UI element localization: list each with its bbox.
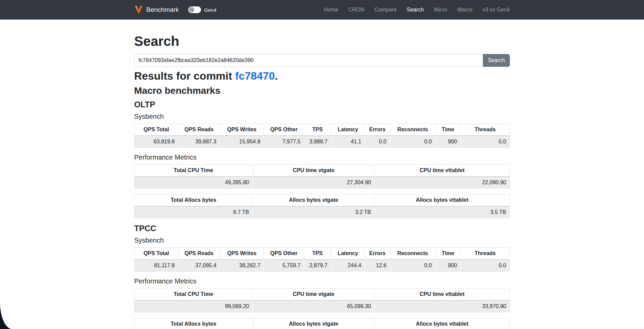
col-latency: Latency — [331, 124, 365, 136]
cell-qps-total: 63,819.8 — [134, 136, 178, 148]
search-button[interactable]: Search — [483, 54, 510, 67]
col-qps-reads: QPS Reads — [178, 124, 220, 136]
commit-link[interactable]: fc78470 — [235, 70, 275, 82]
table-row: 49,395.80 27,304.90 22,090.90 — [134, 176, 510, 189]
cell-cpu-time-vtgate: 27,304.90 — [252, 176, 374, 189]
col-threads: Threads — [461, 247, 510, 259]
allocs-bytes-table: Total Allocs bytes Allocs bytes vtgate A… — [134, 318, 510, 329]
col-errors: Errors — [365, 247, 390, 259]
cell-total-cpu-time: 49,395.80 — [134, 176, 253, 189]
col-cpu-time-vtgate: CPU time vtgate — [252, 164, 374, 176]
benchmark-title: TPCC — [134, 224, 510, 234]
table-header-row: Total CPU Time CPU time vtgate CPU time … — [134, 164, 510, 176]
nav-item-v3-vs-gen4[interactable]: v3 vs Gen4 — [477, 7, 510, 13]
table-header-row: Total CPU Time CPU time vtgate CPU time … — [134, 288, 510, 300]
col-threads: Threads — [461, 124, 510, 136]
cell-total-allocs: 6.7 TB — [134, 206, 253, 218]
col-reconnects: Reconnects — [390, 247, 435, 259]
cell-tps: 3,988.7 — [304, 136, 331, 148]
nav-item-micro[interactable]: Micro — [429, 7, 452, 13]
table-row: 99,069.20 65,098.30 33,970.90 — [134, 300, 510, 312]
cell-time: 900 — [435, 136, 460, 148]
cell-qps-total: 81,117.8 — [134, 259, 178, 272]
col-cpu-time-vtgate: CPU time vtgate — [252, 288, 374, 300]
cell-tps: 2,879.7 — [304, 259, 331, 272]
table-header-row: QPS Total QPS Reads QPS Writes QPS Other… — [134, 124, 510, 136]
cell-threads: 0.0 — [461, 259, 510, 272]
nav-links: Home CRON Compare Search Micro Macro v3 … — [319, 7, 510, 13]
navbar-inner: Benchmark Gen4 Home CRON Compare Search … — [134, 5, 510, 15]
cell-allocs-vtgate: 3.2 TB — [252, 206, 374, 218]
sysbench-results-table: QPS Total QPS Reads QPS Writes QPS Other… — [134, 247, 510, 272]
cell-threads: 0.0 — [461, 136, 510, 148]
col-qps-other: QPS Other — [264, 124, 304, 136]
sysbench-label: Sysbench — [134, 236, 510, 244]
table-row: 63,819.8 39,887.3 15,954.9 7,977.5 3,988… — [134, 136, 510, 148]
section-tpcc: TPCC Sysbench QPS Total QPS Reads QPS Wr… — [134, 224, 510, 329]
cell-errors: 0.0 — [365, 136, 390, 148]
sysbench-results-table: QPS Total QPS Reads QPS Writes QPS Other… — [134, 124, 510, 148]
col-time: Time — [435, 124, 460, 136]
screen-corner-artifact — [0, 302, 12, 329]
cpu-time-table: Total CPU Time CPU time vtgate CPU time … — [134, 288, 510, 312]
col-qps-writes: QPS Writes — [220, 124, 264, 136]
gen4-toggle[interactable]: Gen4 — [188, 6, 217, 13]
col-allocs-vtgate: Allocs bytes vtgate — [252, 194, 374, 206]
sysbench-label: Sysbench — [134, 112, 510, 120]
toggle-switch-icon[interactable] — [188, 6, 201, 13]
cell-cpu-time-vtgate: 65,098.30 — [252, 300, 374, 312]
cell-qps-reads: 37,095.4 — [178, 259, 220, 272]
col-total-allocs: Total Allocs bytes — [134, 318, 253, 329]
main-content: Search Search Results for commitfc78470.… — [134, 20, 510, 329]
nav-item-cron[interactable]: CRON — [343, 7, 369, 13]
table-header-row: Total Allocs bytes Allocs bytes vtgate A… — [134, 194, 510, 206]
col-cpu-time-vttablet: CPU time vttablet — [375, 288, 510, 300]
col-allocs-vtgate: Allocs bytes vtgate — [252, 318, 374, 329]
benchmark-title: OLTP — [134, 100, 510, 110]
table-row: 81,117.8 37,095.4 38,262.7 5,759.7 2,879… — [134, 259, 510, 272]
cell-time: 900 — [435, 259, 460, 272]
toggle-knob — [189, 7, 194, 12]
cell-cpu-time-vttablet: 22,090.90 — [375, 176, 510, 189]
nav-item-macro[interactable]: Macro — [452, 7, 477, 13]
results-prefix: Results for commit — [134, 70, 232, 82]
cell-qps-writes: 15,954.9 — [220, 136, 264, 148]
col-allocs-vttablet: Allocs bytes vttablet — [375, 194, 510, 206]
cell-qps-reads: 39,887.3 — [178, 136, 220, 148]
results-suffix: . — [275, 70, 278, 82]
brand-link[interactable]: Benchmark — [134, 5, 179, 15]
page-title: Search — [134, 33, 510, 49]
nav-item-search[interactable]: Search — [402, 7, 429, 13]
brand-label: Benchmark — [146, 6, 179, 13]
macro-benchmarks-title: Macro benchmarks — [134, 85, 510, 97]
col-allocs-vttablet: Allocs bytes vttablet — [375, 318, 510, 329]
allocs-bytes-table: Total Allocs bytes Allocs bytes vtgate A… — [134, 194, 510, 218]
col-tps: TPS — [304, 124, 331, 136]
col-qps-total: QPS Total — [134, 124, 178, 136]
col-total-allocs: Total Allocs bytes — [134, 194, 253, 206]
col-qps-writes: QPS Writes — [220, 247, 264, 259]
vitess-logo-icon — [134, 5, 143, 15]
cell-reconnects: 0.0 — [390, 259, 435, 272]
col-qps-other: QPS Other — [264, 247, 304, 259]
navbar: Benchmark Gen4 Home CRON Compare Search … — [0, 0, 644, 20]
performance-metrics-label: Performance Metrics — [134, 153, 510, 161]
col-latency: Latency — [331, 247, 365, 259]
cell-latency: 41.1 — [331, 136, 365, 148]
cpu-time-table: Total CPU Time CPU time vtgate CPU time … — [134, 164, 510, 189]
section-oltp: OLTP Sysbench QPS Total QPS Reads QPS Wr… — [134, 100, 510, 218]
col-qps-total: QPS Total — [134, 247, 178, 259]
cell-allocs-vttablet: 3.5 TB — [375, 206, 510, 218]
nav-item-compare[interactable]: Compare — [369, 7, 402, 13]
col-total-cpu-time: Total CPU Time — [134, 164, 253, 176]
cell-errors: 12.6 — [365, 259, 390, 272]
table-header-row: QPS Total QPS Reads QPS Writes QPS Other… — [134, 247, 510, 259]
cell-cpu-time-vttablet: 33,970.90 — [375, 300, 510, 312]
table-header-row: Total Allocs bytes Allocs bytes vtgate A… — [134, 318, 510, 329]
col-reconnects: Reconnects — [390, 124, 435, 136]
search-input[interactable] — [134, 54, 483, 67]
performance-metrics-label: Performance Metrics — [134, 277, 510, 285]
nav-item-home[interactable]: Home — [319, 7, 343, 13]
col-cpu-time-vttablet: CPU time vttablet — [375, 164, 510, 176]
results-heading: Results for commitfc78470. — [134, 70, 510, 82]
